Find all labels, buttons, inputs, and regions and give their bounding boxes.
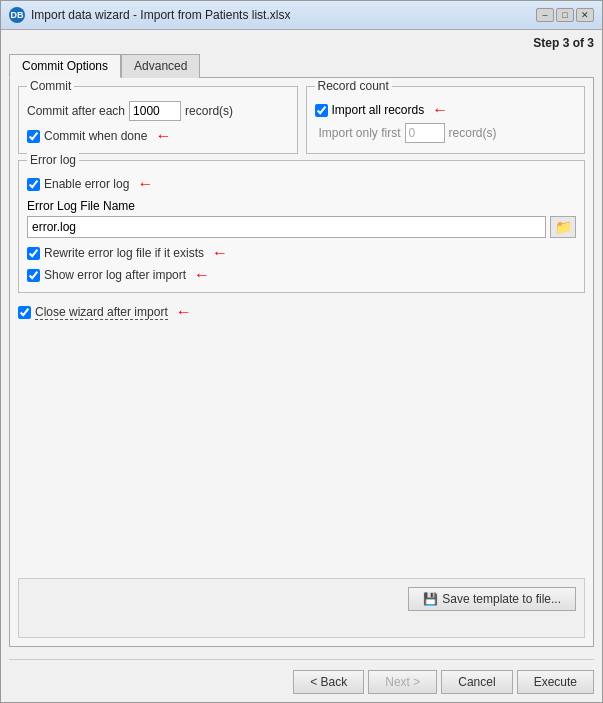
close-wizard-row: Close wizard after import ←: [18, 303, 585, 321]
error-log-filename-section: Error Log File Name 📁: [27, 199, 576, 238]
record-s-label: record(s): [185, 104, 233, 118]
spacer: [18, 327, 585, 566]
commit-group: Commit Commit after each record(s) Commi…: [18, 86, 298, 154]
button-row: < Back Next > Cancel Execute: [9, 664, 594, 698]
separator: [9, 659, 594, 660]
next-button[interactable]: Next >: [368, 670, 437, 694]
enable-error-log-row: Enable error log ←: [27, 175, 576, 193]
file-name-label: Error Log File Name: [27, 199, 135, 213]
close-wizard-arrow: ←: [176, 303, 192, 321]
tab-commit-options[interactable]: Commit Options: [9, 54, 121, 78]
window-controls: – □ ✕: [536, 8, 594, 22]
commit-when-done-row: Commit when done ←: [27, 127, 289, 145]
window-title: Import data wizard - Import from Patient…: [31, 8, 290, 22]
error-log-filename-input[interactable]: [27, 216, 546, 238]
save-icon: 💾: [423, 592, 438, 606]
import-only-input[interactable]: [405, 123, 445, 143]
enable-error-log-label: Enable error log: [44, 177, 129, 191]
commit-when-done-arrow: ←: [155, 127, 171, 145]
title-bar: DB Import data wizard - Import from Pati…: [1, 1, 602, 30]
filename-input-row: 📁: [27, 216, 576, 238]
import-all-label: Import all records: [332, 103, 425, 117]
execute-button[interactable]: Execute: [517, 670, 594, 694]
minimize-button[interactable]: –: [536, 8, 554, 22]
import-all-arrow: ←: [432, 101, 448, 119]
save-template-area: 💾 Save template to file...: [18, 578, 585, 638]
commit-after-row: Commit after each record(s): [27, 101, 289, 121]
file-name-label-wrap: Error Log File Name: [27, 199, 576, 213]
rewrite-checkbox[interactable]: [27, 247, 40, 260]
import-all-checkbox[interactable]: [315, 104, 328, 117]
tab-advanced[interactable]: Advanced: [121, 54, 200, 78]
top-panels-row: Commit Commit after each record(s) Commi…: [18, 86, 585, 154]
rewrite-label: Rewrite error log file if it exists: [44, 246, 204, 260]
commit-group-title: Commit: [27, 79, 74, 93]
folder-icon: 📁: [555, 219, 572, 235]
main-window: DB Import data wizard - Import from Pati…: [0, 0, 603, 703]
error-log-title: Error log: [27, 153, 79, 167]
close-wizard-checkbox[interactable]: [18, 306, 31, 319]
browse-folder-button[interactable]: 📁: [550, 216, 576, 238]
commit-when-done-label: Commit when done: [44, 129, 147, 143]
close-button[interactable]: ✕: [576, 8, 594, 22]
tabs-bar: Commit Options Advanced: [9, 54, 594, 78]
commit-when-done-checkbox[interactable]: [27, 130, 40, 143]
close-wizard-label: Close wizard after import: [35, 305, 168, 320]
record-count-group: Record count Import all records ← Import…: [306, 86, 586, 154]
rewrite-arrow: ←: [212, 244, 228, 262]
record-count-title: Record count: [315, 79, 392, 93]
show-after-import-row: Show error log after import ←: [27, 266, 576, 284]
show-after-import-checkbox[interactable]: [27, 269, 40, 282]
commit-after-label: Commit after each: [27, 104, 125, 118]
bottom-area: < Back Next > Cancel Execute: [9, 647, 594, 698]
enable-error-log-checkbox[interactable]: [27, 178, 40, 191]
show-after-import-arrow: ←: [194, 266, 210, 284]
restore-button[interactable]: □: [556, 8, 574, 22]
cancel-button[interactable]: Cancel: [441, 670, 512, 694]
content-area: Step 3 of 3 Commit Options Advanced Comm…: [1, 30, 602, 702]
enable-error-log-arrow: ←: [137, 175, 153, 193]
import-only-records-label: record(s): [449, 126, 497, 140]
error-log-group: Error log Enable error log ← Error Log F…: [18, 160, 585, 293]
import-only-row: Import only first record(s): [319, 123, 577, 143]
import-all-row: Import all records ←: [315, 101, 577, 119]
import-only-label: Import only first: [319, 126, 401, 140]
main-panel: Commit Commit after each record(s) Commi…: [9, 77, 594, 647]
save-template-button[interactable]: 💾 Save template to file...: [408, 587, 576, 611]
step-label: Step 3 of 3: [9, 36, 594, 50]
commit-after-input[interactable]: [129, 101, 181, 121]
title-bar-left: DB Import data wizard - Import from Pati…: [9, 7, 290, 23]
show-after-import-label: Show error log after import: [44, 268, 186, 282]
app-icon: DB: [9, 7, 25, 23]
back-button[interactable]: < Back: [293, 670, 364, 694]
rewrite-row: Rewrite error log file if it exists ←: [27, 244, 576, 262]
